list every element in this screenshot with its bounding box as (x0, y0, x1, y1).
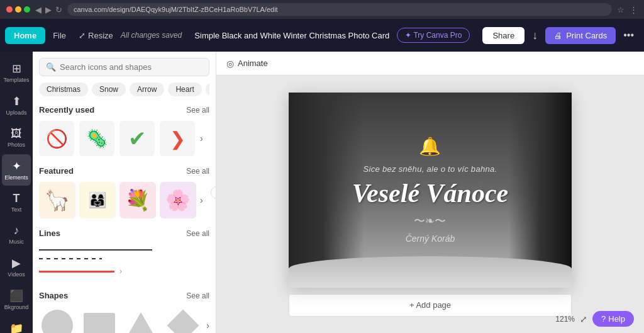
chip-heart[interactable]: Heart (168, 82, 201, 96)
chip-snow[interactable]: Snow (92, 82, 126, 96)
recent-item-checkmark[interactable]: ✔ (119, 121, 155, 156)
try-pro-button[interactable]: ✦ Try Canva Pro (397, 28, 470, 43)
lines-see-all[interactable]: See all (186, 229, 209, 238)
card-title: Veselé Vánoce (352, 179, 508, 208)
sidebar-item-music[interactable]: ♪ Music (2, 219, 31, 250)
resize-icon: ⤢ (79, 31, 86, 40)
search-bar: 🔍 (39, 58, 209, 76)
back-icon[interactable]: ◀ (35, 5, 42, 14)
animate-icon: ◎ (226, 59, 234, 69)
shape-circle[interactable] (39, 307, 76, 333)
recently-used-grid: 🚫 🦠 ✔ ❯ › (39, 121, 209, 156)
refresh-icon[interactable]: ↻ (55, 5, 62, 14)
photos-icon: 🖼 (11, 127, 22, 140)
dot-green (24, 6, 30, 13)
sidebar-item-folders[interactable]: 📁 Folders (2, 317, 31, 333)
recent-item-virus[interactable]: 🦠 (79, 121, 114, 156)
add-page-button[interactable]: + Add page (289, 294, 572, 317)
elements-label: Elements (4, 174, 28, 181)
print-cards-button[interactable]: 🖨 Print Cards (545, 27, 616, 44)
lines-grid: › (39, 244, 209, 281)
browser-bar: ◀ ▶ ↻ ☆ ⋮ (0, 0, 644, 19)
uploads-label: Uploads (6, 110, 26, 116)
resize-button[interactable]: ⤢ Resize (74, 27, 118, 44)
shapes-grid: › (39, 307, 209, 333)
recently-used-see-all[interactable]: See all (186, 106, 209, 115)
zoom-bar: 121% ⤢ ? Help (555, 311, 634, 327)
line-red[interactable]: › (39, 267, 209, 276)
lines-header: Lines See all (39, 229, 209, 238)
zoom-level: 121% (555, 315, 575, 324)
sidebar-item-text[interactable]: T Text (2, 187, 31, 218)
zoom-fit-button[interactable]: ⤢ (580, 314, 587, 324)
canvas-wrapper[interactable]: ⬚ ⧉ ⤢ 🔔 Sice bez sněhu, ale o to víc bah… (282, 76, 578, 333)
browser-url-input[interactable] (67, 3, 612, 16)
featured-flowers[interactable]: 💐 (119, 182, 156, 218)
animate-label[interactable]: Animate (238, 59, 268, 68)
featured-grid: 🦙 👨‍👩‍👧 💐 🌸 › (39, 182, 209, 218)
featured-see-all[interactable]: See all (186, 167, 209, 176)
share-button[interactable]: Share (482, 27, 525, 44)
sidebar-item-photos[interactable]: 🖼 Photos (2, 122, 31, 153)
sidebar-item-templates[interactable]: ⊞ Templates (2, 57, 31, 88)
more-options-button[interactable]: ••• (618, 27, 639, 43)
shapes-title: Shapes (39, 291, 68, 300)
snow-ground (289, 256, 572, 288)
browser-icons: ☆ ⋮ (617, 5, 638, 14)
background-label: Bkground (4, 304, 29, 310)
text-label: Text (11, 206, 22, 213)
shape-rectangle[interactable] (81, 307, 118, 333)
home-button[interactable]: Home (5, 27, 45, 44)
uploads-icon: ⬆ (12, 94, 21, 108)
recently-used-title: Recently used (39, 105, 94, 115)
recently-used-scroll[interactable]: › (200, 133, 203, 144)
line-dashed[interactable] (39, 258, 209, 259)
shape-diamond[interactable] (165, 307, 202, 333)
elements-panel: 🔍 Christmas Snow Arrow Heart Lin › Recen… (33, 52, 216, 333)
file-button[interactable]: File (48, 27, 71, 44)
saved-status: All changes saved (121, 31, 182, 40)
templates-icon: ⊞ (12, 62, 21, 76)
print-icon: 🖨 (554, 31, 562, 40)
sidebar-item-elements[interactable]: ✦ Elements (2, 154, 31, 186)
featured-blossom[interactable]: 🌸 (160, 182, 196, 218)
animate-bar: ◎ Animate (216, 52, 644, 76)
card-bell-icon: 🔔 (419, 136, 441, 157)
help-button[interactable]: ? Help (592, 311, 634, 327)
shape-triangle[interactable] (123, 307, 160, 333)
dot-red (6, 6, 13, 13)
sidebar-icons: ⊞ Templates ⬆ Uploads 🖼 Photos ✦ Element… (0, 52, 33, 333)
search-input[interactable] (60, 62, 203, 72)
shapes-see-all[interactable]: See all (186, 291, 209, 300)
shapes-scroll[interactable]: › (206, 320, 209, 330)
download-button[interactable]: ↓ (527, 26, 543, 45)
sidebar-item-videos[interactable]: ▶ Videos (2, 251, 31, 283)
category-chips: Christmas Snow Arrow Heart Lin › (39, 82, 209, 96)
chip-arrow[interactable]: Arrow (130, 82, 164, 96)
elements-icon: ✦ (12, 159, 21, 173)
star-icon[interactable]: ☆ (617, 5, 625, 14)
browser-nav-icons: ◀ ▶ ↻ (35, 5, 62, 14)
chip-christmas[interactable]: Christmas (39, 82, 88, 96)
panel-collapse-button[interactable]: ‹ (211, 186, 216, 199)
card-image[interactable]: 🔔 Sice bez sněhu, ale o to víc bahna. Ve… (289, 93, 572, 288)
main-layout: ⊞ Templates ⬆ Uploads 🖼 Photos ✦ Element… (0, 52, 644, 333)
line-solid[interactable] (39, 249, 209, 251)
videos-label: Videos (8, 271, 25, 278)
card-content: 🔔 Sice bez sněhu, ale o to víc bahna. Ve… (340, 123, 521, 256)
recent-item-no-sign[interactable]: 🚫 (39, 121, 74, 156)
chip-lin[interactable]: Lin (206, 82, 209, 96)
nav-center: Simple Black and White Winter Christmas … (184, 28, 480, 43)
featured-llama[interactable]: 🦙 (39, 182, 75, 218)
featured-celebration[interactable]: 👨‍👩‍👧 (79, 182, 116, 218)
sidebar-item-background[interactable]: ⬛ Bkground (2, 284, 31, 315)
forward-icon[interactable]: ▶ (45, 5, 52, 14)
card-container: ⬚ ⧉ ⤢ 🔔 Sice bez sněhu, ale o to víc bah… (289, 93, 572, 288)
canvas-area: ◎ Animate ⬚ ⧉ ⤢ 🔔 Sic (216, 52, 644, 333)
featured-header: Featured See all (39, 166, 209, 176)
dot-yellow (15, 6, 21, 13)
menu-icon[interactable]: ⋮ (630, 5, 638, 14)
recent-item-chevron[interactable]: ❯ (160, 121, 195, 156)
featured-scroll[interactable]: › (200, 195, 203, 205)
sidebar-item-uploads[interactable]: ⬆ Uploads (2, 89, 31, 121)
